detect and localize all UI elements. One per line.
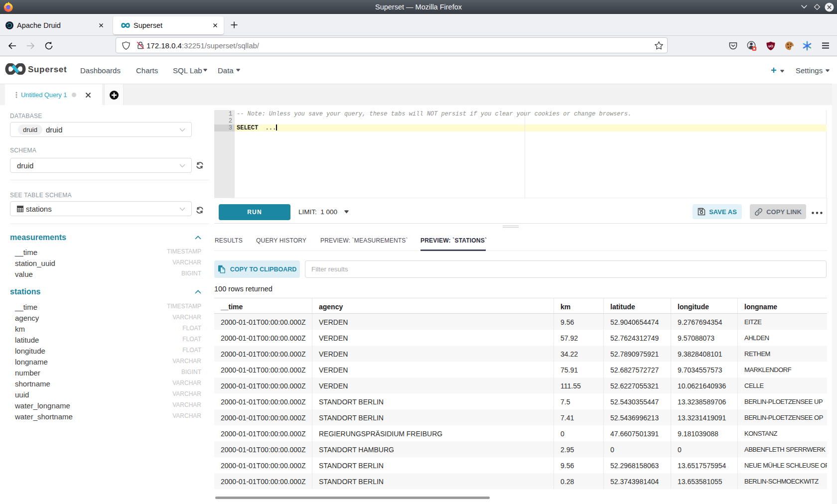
svg-text:uO: uO <box>768 44 773 48</box>
